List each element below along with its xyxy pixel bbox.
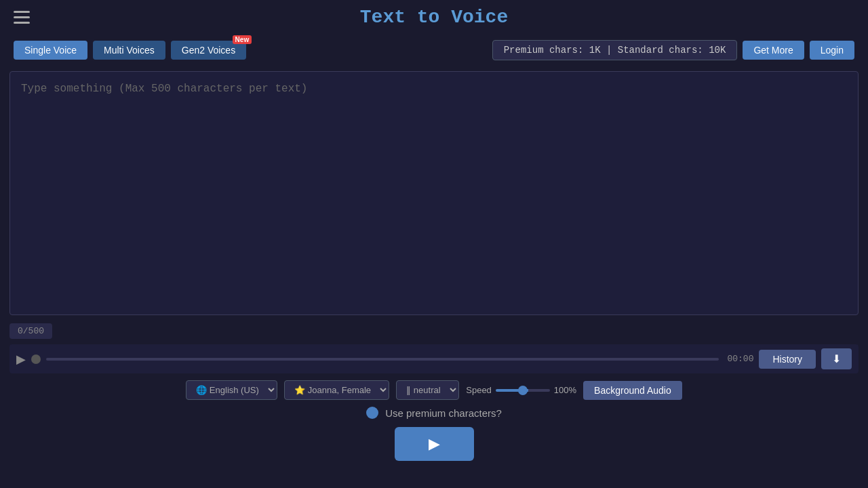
header: Text to Voice (0, 0, 868, 35)
progress-circle (31, 354, 41, 364)
gen2-voices-button[interactable]: Gen2 Voices New (171, 41, 246, 60)
premium-label: Use premium characters? (385, 407, 502, 419)
multi-voices-button[interactable]: Multi Voices (93, 41, 165, 60)
page-title: Text to Voice (360, 7, 508, 28)
premium-row: Use premium characters? (9, 407, 859, 419)
download-icon: ⬇ (832, 352, 841, 365)
player-bar: ▶ 00:00 History ⬇ (9, 344, 859, 373)
history-button[interactable]: History (759, 350, 816, 369)
language-select[interactable]: 🌐 English (US) English (UK) Spanish Fren… (186, 380, 277, 400)
speed-label: Speed (466, 385, 492, 395)
char-count: 0/500 (9, 323, 52, 339)
premium-toggle[interactable] (366, 407, 378, 419)
play-button[interactable]: ▶ (16, 352, 26, 367)
background-audio-button[interactable]: Background Audio (583, 381, 682, 400)
single-voice-button[interactable]: Single Voice (14, 41, 87, 60)
neutral-select[interactable]: ‖ neutral happy sad (396, 380, 459, 400)
text-area-container (9, 71, 859, 315)
speed-container: Speed 100% (466, 385, 576, 395)
menu-icon[interactable] (14, 11, 30, 24)
voice-select[interactable]: ⭐ Joanna, Female Matthew, Male Amy, Fema… (284, 380, 389, 400)
new-badge: New (233, 35, 252, 44)
controls-row: 🌐 English (US) English (UK) Spanish Fren… (9, 380, 859, 400)
premium-chars-info: Premium chars: 1K | Standard chars: 10K (492, 40, 738, 60)
get-more-button[interactable]: Get More (743, 41, 804, 60)
big-play-icon: ▶ (429, 435, 440, 452)
timestamp: 00:00 (727, 354, 753, 364)
speed-value: 100% (554, 385, 576, 395)
progress-track[interactable] (46, 358, 719, 361)
speed-slider[interactable] (496, 389, 550, 392)
big-play-container: ▶ (9, 427, 859, 461)
text-input[interactable] (10, 72, 858, 314)
login-button[interactable]: Login (810, 41, 854, 60)
toolbar: Single Voice Multi Voices Gen2 Voices Ne… (0, 35, 868, 66)
download-button[interactable]: ⬇ (821, 348, 852, 369)
big-play-button[interactable]: ▶ (395, 427, 474, 461)
